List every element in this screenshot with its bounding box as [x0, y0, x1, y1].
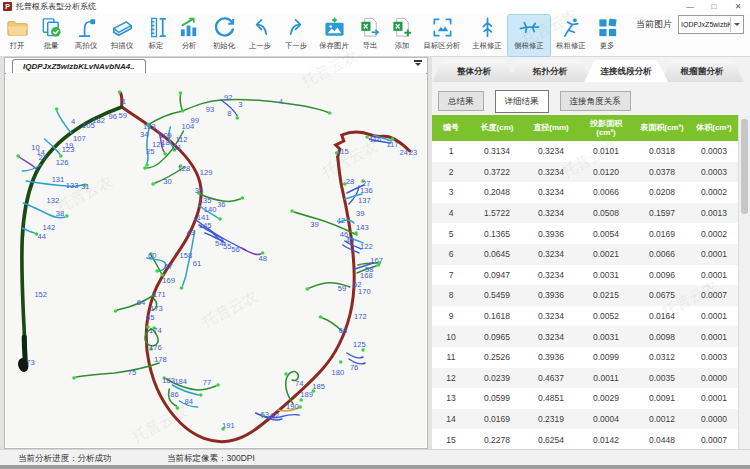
detailed-result-button[interactable]: 详细结果 — [495, 90, 549, 113]
table-cell: 0.0052 — [578, 311, 634, 321]
svg-text:38: 38 — [56, 209, 64, 218]
batch-button[interactable]: 批量 — [34, 15, 68, 56]
table-cell: 0.3936 — [524, 352, 578, 362]
open-button[interactable]: 打开 — [0, 15, 34, 56]
total-result-button[interactable]: 总结果 — [438, 91, 484, 111]
svg-text:77: 77 — [203, 378, 211, 387]
table-scrollbar-thumb[interactable] — [741, 119, 748, 214]
col-header-diameter: 直径(mm) — [524, 123, 578, 132]
svg-text:73: 73 — [26, 358, 34, 367]
analysis-chart-icon — [178, 16, 201, 39]
table-cell: 0.0001 — [690, 270, 738, 280]
main-root-correction-button[interactable]: 主根修正 — [466, 15, 508, 56]
viewer-image-tab[interactable]: IQDPJxZ5wizbKLvNAvbNA4.. — [12, 59, 146, 73]
initialize-button[interactable]: 初始化 — [206, 15, 242, 56]
svg-text:128: 128 — [177, 164, 190, 173]
svg-text:184: 184 — [174, 377, 187, 386]
table-header-row: 编号 长度(cm) 直径(mm) 投影面积 (cm²) 表面积(cm²) 体积(… — [432, 115, 738, 141]
svg-text:178: 178 — [154, 355, 167, 364]
table-cell: 0.0004 — [578, 414, 634, 424]
root-thickness-correction-button[interactable]: 根粗修正 — [550, 15, 592, 56]
table-cell: 0.0002 — [690, 187, 738, 197]
table-cell: 0.3234 — [524, 187, 578, 197]
lateral-root-correction-button[interactable]: 侧根修正 — [508, 15, 550, 56]
svg-text:105: 105 — [82, 121, 95, 130]
segment-number-labels: 1923938496591821054107191231014271261311… — [26, 93, 417, 430]
table-cell: 0.0002 — [690, 229, 738, 239]
previous-step-button[interactable]: 上一步 — [242, 15, 278, 56]
svg-text:27: 27 — [362, 179, 370, 188]
svg-text:129: 129 — [200, 168, 213, 177]
doc-camera-button[interactable]: 高拍仪 — [68, 15, 104, 56]
table-cell: 4 — [432, 208, 470, 218]
svg-text:174: 174 — [149, 326, 162, 335]
table-row: 120.02390.46370.00110.00350.0000 — [432, 368, 738, 389]
save-image-icon — [323, 16, 346, 39]
tab-rhizobium-analysis[interactable]: 根瘤菌分析 — [660, 60, 744, 82]
more-button[interactable]: 更多 — [592, 15, 622, 56]
svg-text:93: 93 — [206, 105, 214, 114]
table-cell: 0.1597 — [634, 208, 690, 218]
scanner-button[interactable]: 扫描仪 — [104, 15, 140, 56]
target-area-analysis-button[interactable]: 目标区分析 — [418, 15, 466, 56]
result-buttons: 总结果 详细结果 连接角度关系 — [438, 88, 642, 114]
svg-text:117: 117 — [386, 140, 398, 149]
minimize-button[interactable]: — — [678, 0, 702, 13]
tab-topology-analysis[interactable]: 拓扑分析 — [508, 60, 592, 82]
table-row: 140.01690.23190.00040.00120.0000 — [432, 409, 738, 430]
table-cell: 0.0066 — [578, 187, 634, 197]
current-image-dropdown[interactable]: IQDPJxZ5wizbK — [678, 15, 744, 34]
lateral-root-icon — [518, 16, 541, 39]
table-cell: 0.0215 — [578, 290, 634, 300]
doc-camera-icon — [75, 16, 98, 39]
table-cell: 9 — [432, 311, 470, 321]
svg-text:67: 67 — [164, 262, 172, 271]
toolbar: 打开 批量 高拍仪 扫描仪 标定 分析 初始化 上一步 下一步 保存图片 导出 — [0, 13, 750, 57]
refresh-icon — [213, 16, 236, 39]
svg-text:4: 4 — [71, 117, 75, 126]
calibrate-button[interactable]: 标定 — [140, 15, 172, 56]
table-cell: 0.0066 — [634, 249, 690, 259]
svg-text:109: 109 — [159, 131, 172, 140]
table-cell: 0.0031 — [578, 270, 634, 280]
tab-overall-analysis[interactable]: 整体分析 — [432, 60, 516, 82]
root-canvas[interactable]: 1923938496591821054107191231014271261311… — [6, 73, 426, 447]
table-cell: 0.0000 — [690, 373, 738, 383]
tab-segment-analysis[interactable]: 连接线段分析 — [584, 60, 668, 82]
table-cell: 0.0001 — [690, 311, 738, 321]
close-button[interactable]: ✕ — [726, 0, 750, 13]
svg-text:173: 173 — [150, 304, 163, 313]
table-cell: 0.3234 — [524, 249, 578, 259]
table-cell: 0.0021 — [578, 249, 634, 259]
table-scrollbar[interactable] — [738, 115, 750, 449]
connection-angle-button[interactable]: 连接角度关系 — [560, 91, 631, 111]
redo-arrow-icon — [285, 16, 308, 39]
export-button[interactable]: 导出 — [354, 15, 386, 56]
table-cell: 0.0142 — [578, 435, 634, 445]
next-step-button[interactable]: 下一步 — [278, 15, 314, 56]
svg-text:65: 65 — [146, 313, 154, 322]
undo-arrow-icon — [249, 16, 272, 39]
svg-text:86: 86 — [170, 390, 178, 399]
table-cell: 7 — [432, 270, 470, 280]
analyze-button[interactable]: 分析 — [172, 15, 206, 56]
add-button[interactable]: 添加 — [386, 15, 418, 56]
svg-text:169: 169 — [162, 276, 175, 285]
image-viewer-panel: IQDPJxZ5wizbKLvNAvbNA4.. — [4, 57, 428, 449]
table-cell: 0.0003 — [690, 146, 738, 156]
svg-text:3: 3 — [238, 100, 242, 109]
svg-text:63: 63 — [261, 410, 269, 419]
chevron-down-icon[interactable] — [730, 17, 743, 32]
svg-text:61: 61 — [193, 259, 201, 268]
maximize-button[interactable]: □ — [702, 0, 726, 13]
table-cell: 0.0099 — [578, 352, 634, 362]
table-cell: 0.3234 — [524, 270, 578, 280]
svg-text:52: 52 — [353, 280, 361, 289]
table-cell: 0.2048 — [470, 187, 524, 197]
viewer-tab-menu-button[interactable] — [413, 60, 423, 69]
segment-table: 编号 长度(cm) 直径(mm) 投影面积 (cm²) 表面积(cm²) 体积(… — [432, 115, 738, 449]
table-cell: 8 — [432, 290, 470, 300]
svg-text:24: 24 — [400, 148, 408, 157]
table-row: 90.16180.32340.00520.01640.0001 — [432, 306, 738, 327]
save-image-button[interactable]: 保存图片 — [314, 15, 354, 56]
